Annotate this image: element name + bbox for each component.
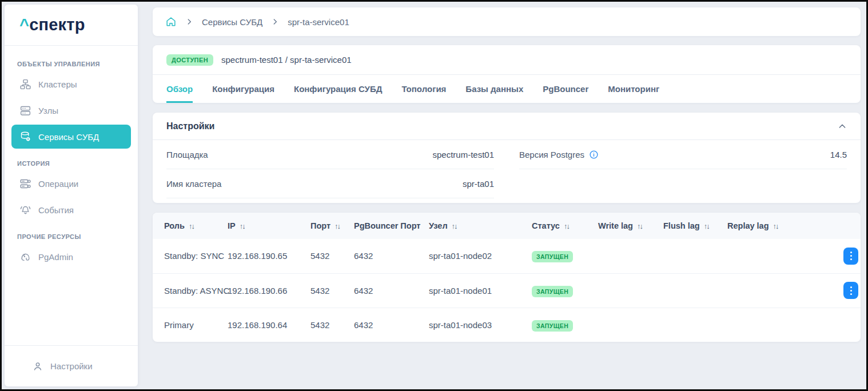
tab-databases[interactable]: Базы данных xyxy=(465,75,523,103)
field-cluster-name-value: spr-ta01 xyxy=(463,179,494,189)
col-replay-lag[interactable]: Replay lag↑↓ xyxy=(723,213,797,239)
sidebar-item-clusters[interactable]: Кластеры xyxy=(11,72,131,96)
col-port[interactable]: Порт↑↓ xyxy=(306,213,349,239)
elephant-icon xyxy=(19,251,31,263)
sidebar-item-label: События xyxy=(38,205,74,215)
logo-caret-icon: ^ xyxy=(19,15,29,34)
cell-pgbouncer-port: 6432 xyxy=(349,273,424,308)
cell-write-lag xyxy=(594,308,659,342)
tab-configuration[interactable]: Конфигурация xyxy=(212,75,274,103)
cell-status: ЗАПУЩЕН xyxy=(527,273,594,308)
status-badge: ДОСТУПЕН xyxy=(166,54,213,66)
cell-ip: 192.168.190.66 xyxy=(223,273,306,308)
nav-section-history: ИСТОРИЯ xyxy=(17,160,131,167)
table-row: Primary 192.168.190.64 5432 6432 spr-ta0… xyxy=(153,308,861,342)
field-postgres-version: Версия Postgres 14.5 xyxy=(519,140,847,169)
sidebar-item-operations[interactable]: Операции xyxy=(11,171,131,196)
settings-body: Площадка spectrum-test01 Имя кластера sp… xyxy=(153,140,861,203)
col-ip[interactable]: IP↑↓ xyxy=(223,213,306,239)
settings-title: Настройки xyxy=(166,121,214,131)
col-write-lag[interactable]: Write lag↑↓ xyxy=(594,213,659,239)
nodes-icon xyxy=(19,105,31,117)
breadcrumb: Сервисы СУБД spr-ta-service01 xyxy=(153,7,861,36)
service-title-row: ДОСТУПЕН spectrum-test01 / spr-ta-servic… xyxy=(153,45,861,75)
sort-icon[interactable]: ↑↓ xyxy=(452,222,457,230)
sort-icon[interactable]: ↑↓ xyxy=(240,222,245,230)
sidebar-item-settings[interactable]: Настройки xyxy=(5,345,138,386)
col-flush-lag[interactable]: Flush lag↑↓ xyxy=(659,213,723,239)
table-header-row: Роль↑↓ IP↑↓ Порт↑↓ PgBouncer Порт Узел↑↓… xyxy=(153,213,861,239)
settings-col-left: Площадка spectrum-test01 Имя кластера sp… xyxy=(166,140,494,198)
app-root: ^спектр ОБЪЕКТЫ УПРАВЛЕНИЯ Кластеры Узлы xyxy=(2,2,866,389)
sidebar-item-db-services[interactable]: Сервисы СУБД xyxy=(11,125,131,149)
settings-card: Настройки Площадка spectrum-test01 Имя к… xyxy=(153,113,861,203)
cell-ip: 192.168.190.64 xyxy=(223,308,306,342)
main-content: Сервисы СУБД spr-ta-service01 ДОСТУПЕН s… xyxy=(153,5,861,386)
sidebar-item-label: Операции xyxy=(38,179,78,189)
tab-bar: Обзор Конфигурация Конфигурация СУБД Топ… xyxy=(153,75,861,103)
cell-role: Standby: ASYNC xyxy=(153,273,223,308)
tab-pgbouncer[interactable]: PgBouncer xyxy=(543,75,588,103)
col-pgbouncer-port: PgBouncer Порт xyxy=(349,213,424,239)
settings-header: Настройки xyxy=(153,113,861,140)
col-node[interactable]: Узел↑↓ xyxy=(424,213,527,239)
cell-actions xyxy=(797,239,861,273)
cell-status: ЗАПУЩЕН xyxy=(527,308,594,342)
nodes-table: Роль↑↓ IP↑↓ Порт↑↓ PgBouncer Порт Узел↑↓… xyxy=(153,213,861,342)
col-role[interactable]: Роль↑↓ xyxy=(153,213,223,239)
info-icon[interactable] xyxy=(589,150,599,159)
cell-node: spr-ta01-node03 xyxy=(424,308,527,342)
logo-text: ^спектр xyxy=(19,15,85,34)
logo: ^спектр xyxy=(5,5,138,46)
sort-icon[interactable]: ↑↓ xyxy=(704,222,709,230)
cell-actions xyxy=(797,308,861,342)
col-status[interactable]: Статус↑↓ xyxy=(527,213,594,239)
home-icon[interactable] xyxy=(165,16,177,27)
database-gear-icon xyxy=(19,131,31,143)
sidebar-item-nodes[interactable]: Узлы xyxy=(11,98,131,122)
cell-status: ЗАПУЩЕН xyxy=(527,239,594,273)
sidebar-item-label: PgAdmin xyxy=(38,252,73,262)
nav-section-objects: ОБЪЕКТЫ УПРАВЛЕНИЯ xyxy=(17,61,131,67)
table-row: Standby: ASYNC 192.168.190.66 5432 6432 … xyxy=(153,273,861,308)
tab-overview[interactable]: Обзор xyxy=(166,75,193,103)
field-postgres-version-value: 14.5 xyxy=(830,150,847,159)
sidebar-item-events[interactable]: События xyxy=(11,198,131,222)
col-actions xyxy=(797,213,861,239)
sidebar-item-label: Узлы xyxy=(38,106,58,115)
cell-role: Primary xyxy=(153,308,223,342)
cell-flush-lag xyxy=(659,239,723,273)
operations-icon xyxy=(19,178,31,190)
tab-topology[interactable]: Топология xyxy=(401,75,446,103)
chevron-up-icon[interactable] xyxy=(838,122,847,131)
sort-icon[interactable]: ↑↓ xyxy=(773,222,778,230)
field-cluster-name: Имя кластера spr-ta01 xyxy=(166,169,494,198)
status-pill: ЗАПУЩЕН xyxy=(532,251,573,262)
cell-pgbouncer-port: 6432 xyxy=(349,308,424,342)
cell-ip: 192.168.190.65 xyxy=(223,239,306,273)
cell-flush-lag xyxy=(659,273,723,308)
cell-role: Standby: SYNC xyxy=(153,239,223,273)
sort-icon[interactable]: ↑↓ xyxy=(335,222,340,230)
tab-db-configuration[interactable]: Конфигурация СУБД xyxy=(294,75,382,103)
sort-icon[interactable]: ↑↓ xyxy=(189,222,194,230)
cell-replay-lag xyxy=(723,273,797,308)
sidebar-item-pgadmin[interactable]: PgAdmin xyxy=(11,245,131,269)
row-actions-button[interactable] xyxy=(843,248,858,265)
cell-port: 5432 xyxy=(306,239,349,273)
breadcrumb-db-services[interactable]: Сервисы СУБД xyxy=(202,17,262,27)
sort-icon[interactable]: ↑↓ xyxy=(564,222,569,230)
sidebar-nav: ОБЪЕКТЫ УПРАВЛЕНИЯ Кластеры Узлы Сервисы… xyxy=(5,46,138,345)
sort-icon[interactable]: ↑↓ xyxy=(637,222,642,230)
user-icon xyxy=(32,361,43,372)
tab-monitoring[interactable]: Мониторинг xyxy=(608,75,659,103)
bell-icon xyxy=(19,204,31,216)
cell-port: 5432 xyxy=(306,308,349,342)
field-site-value: spectrum-test01 xyxy=(432,150,494,159)
cell-flush-lag xyxy=(659,308,723,342)
cell-node: spr-ta01-node01 xyxy=(424,273,527,308)
row-actions-button[interactable] xyxy=(843,282,858,299)
sidebar-footer-label: Настройки xyxy=(50,361,93,371)
cell-actions xyxy=(797,273,861,308)
chevron-right-icon xyxy=(185,18,193,26)
